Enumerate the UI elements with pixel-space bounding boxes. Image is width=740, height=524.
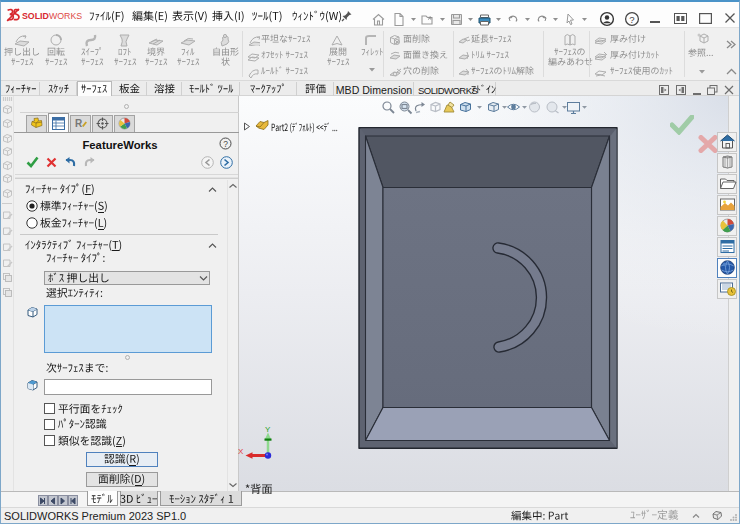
svg-text:R: R (75, 118, 83, 129)
svg-text:?: ? (223, 139, 228, 149)
svg-text:?: ? (629, 14, 634, 25)
svg-text:X: X (238, 447, 244, 456)
svg-text:SOLIDWORKS: SOLIDWORKS (22, 11, 82, 21)
